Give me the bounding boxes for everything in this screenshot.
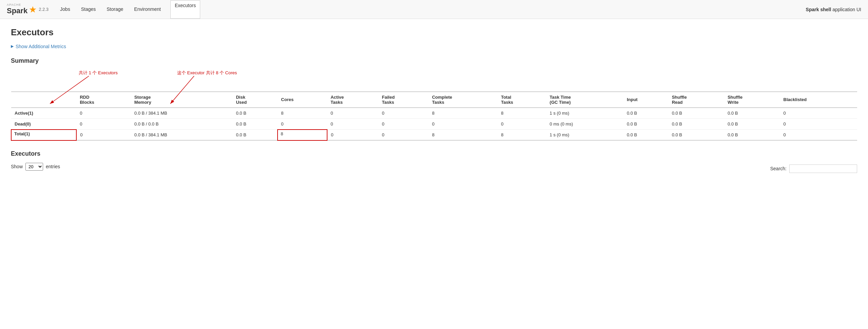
- spark-logo: APACHE Spark ★ 2.2.3: [7, 3, 49, 15]
- total-disk-used: 0.0 B: [232, 130, 278, 140]
- col-failed-tasks: FailedTasks: [379, 92, 429, 108]
- active-blacklisted: 0: [780, 108, 857, 118]
- summary-title: Summary: [11, 57, 857, 64]
- total-task-time: 1 s (0 ms): [546, 130, 623, 140]
- search-label: Search:: [770, 166, 787, 171]
- nav-stages[interactable]: Stages: [80, 0, 97, 19]
- active-disk-used: 0.0 B: [232, 108, 278, 118]
- show-additional-metrics-link[interactable]: ▶ Show Additional Metrics: [11, 44, 66, 49]
- active-row-label: Active(1): [11, 108, 76, 118]
- navbar: APACHE Spark ★ 2.2.3 Jobs Stages Storage…: [0, 0, 868, 19]
- expand-arrow-icon: ▶: [11, 44, 14, 49]
- total-cores: 8: [278, 130, 327, 140]
- active-active-tasks: 0: [327, 108, 378, 118]
- summary-total-row: Total(1) 0 0.0 B / 384.1 MB 0.0 B 8 0 0 …: [11, 130, 857, 140]
- dead-total-tasks: 0: [497, 118, 546, 130]
- dead-shuffle-read: 0.0 B: [668, 118, 724, 130]
- active-storage-memory: 0.0 B / 384.1 MB: [131, 108, 233, 118]
- active-total-tasks: 8: [497, 108, 546, 118]
- dead-shuffle-write: 0.0 B: [724, 118, 780, 130]
- show-entries-select[interactable]: 20 50 100: [25, 163, 43, 171]
- dead-blacklisted: 0: [780, 118, 857, 130]
- nav-storage[interactable]: Storage: [105, 0, 125, 19]
- brand: APACHE Spark ★ 2.2.3: [7, 3, 49, 15]
- apache-text: APACHE: [7, 3, 27, 6]
- executors-section: Executors Show 20 50 100 entries Search:: [11, 150, 857, 175]
- col-label: [11, 92, 76, 108]
- nav-jobs[interactable]: Jobs: [59, 0, 72, 19]
- active-shuffle-read: 0.0 B: [668, 108, 724, 118]
- page-title: Executors: [11, 27, 857, 38]
- active-shuffle-write: 0.0 B: [724, 108, 780, 118]
- total-rdd-blocks: 0: [76, 130, 131, 140]
- dead-complete-tasks: 0: [429, 118, 497, 130]
- entries-label: entries: [46, 164, 60, 169]
- total-active-tasks: 0: [327, 130, 378, 140]
- spark-version: 2.2.3: [39, 7, 49, 12]
- col-rdd-blocks: RDDBlocks: [76, 92, 131, 108]
- col-storage-memory: StorageMemory: [131, 92, 233, 108]
- total-failed-tasks: 0: [379, 130, 429, 140]
- total-shuffle-read: 0.0 B: [668, 130, 724, 140]
- active-cores: 8: [278, 108, 327, 118]
- total-storage-memory: 0.0 B / 384.1 MB: [131, 130, 233, 140]
- summary-table: RDDBlocks StorageMemory DiskUsed Cores A…: [11, 92, 857, 141]
- show-label: Show: [11, 164, 23, 169]
- dead-disk-used: 0.0 B: [232, 118, 278, 130]
- total-input: 0.0 B: [623, 130, 668, 140]
- total-complete-tasks: 8: [429, 130, 497, 140]
- page-content: Executors ▶ Show Additional Metrics Summ…: [0, 19, 868, 183]
- dead-task-time: 0 ms (0 ms): [546, 118, 623, 130]
- show-entries: Show 20 50 100 entries: [11, 163, 60, 171]
- executors-section-title: Executors: [11, 150, 857, 157]
- active-complete-tasks: 8: [429, 108, 497, 118]
- summary-dead-row: Dead(0) 0 0.0 B / 0.0 B 0.0 B 0 0 0 0 0 …: [11, 118, 857, 130]
- col-shuffle-read: ShuffleRead: [668, 92, 724, 108]
- col-active-tasks: ActiveTasks: [327, 92, 378, 108]
- dead-row-label: Dead(0): [11, 118, 76, 130]
- nav-links: Jobs Stages Storage Environment Executor…: [59, 0, 806, 19]
- col-blacklisted: Blacklisted: [780, 92, 857, 108]
- total-row-label: Total(1): [11, 130, 76, 140]
- nav-environment[interactable]: Environment: [133, 0, 162, 19]
- total-total-tasks: 8: [497, 130, 546, 140]
- logo-text-group: APACHE Spark: [7, 3, 27, 15]
- nav-executors[interactable]: Executors: [170, 0, 200, 19]
- show-metrics-label: Show Additional Metrics: [16, 44, 66, 49]
- annotations-container: 共计 1 个 Executors 这个 Executor 共计 8 个 Core…: [11, 70, 857, 90]
- col-cores: Cores: [278, 92, 327, 108]
- dead-failed-tasks: 0: [379, 118, 429, 130]
- col-task-time: Task Time(GC Time): [546, 92, 623, 108]
- col-shuffle-write: ShuffleWrite: [724, 92, 780, 108]
- app-title: Spark shell application UI: [806, 7, 861, 12]
- dead-cores: 0: [278, 118, 327, 130]
- spark-wordmark: Spark: [7, 6, 27, 15]
- dead-active-tasks: 0: [327, 118, 378, 130]
- active-failed-tasks: 0: [379, 108, 429, 118]
- dead-rdd-blocks: 0: [76, 118, 131, 130]
- summary-section: Summary 共计 1 个 Executors 这个 Executor 共计 …: [11, 57, 857, 141]
- active-input: 0.0 B: [623, 108, 668, 118]
- col-complete-tasks: CompleteTasks: [429, 92, 497, 108]
- total-shuffle-write: 0.0 B: [724, 130, 780, 140]
- col-total-tasks: TotalTasks: [497, 92, 546, 108]
- active-task-time: 1 s (0 ms): [546, 108, 623, 118]
- entries-row: Show 20 50 100 entries Search:: [11, 163, 857, 175]
- annotation-arrows-svg: [11, 70, 857, 90]
- summary-active-row: Active(1) 0 0.0 B / 384.1 MB 0.0 B 8 0 0…: [11, 108, 857, 118]
- search-input[interactable]: [789, 164, 857, 173]
- search-area: Search:: [770, 164, 857, 173]
- summary-table-header-row: RDDBlocks StorageMemory DiskUsed Cores A…: [11, 92, 857, 108]
- col-disk-used: DiskUsed: [232, 92, 278, 108]
- col-input: Input: [623, 92, 668, 108]
- spark-star-icon: ★: [29, 5, 37, 14]
- dead-input: 0.0 B: [623, 118, 668, 130]
- active-rdd-blocks: 0: [76, 108, 131, 118]
- total-blacklisted: 0: [780, 130, 857, 140]
- dead-storage-memory: 0.0 B / 0.0 B: [131, 118, 233, 130]
